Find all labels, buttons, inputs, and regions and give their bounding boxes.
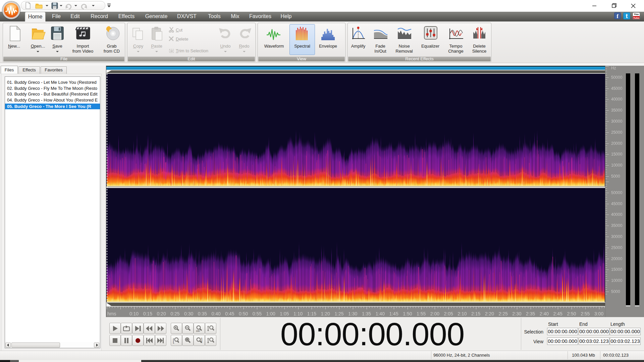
svg-text:100: 100 bbox=[196, 330, 200, 332]
svg-text:[: [ bbox=[173, 338, 174, 344]
svg-text:]: ] bbox=[201, 337, 202, 343]
